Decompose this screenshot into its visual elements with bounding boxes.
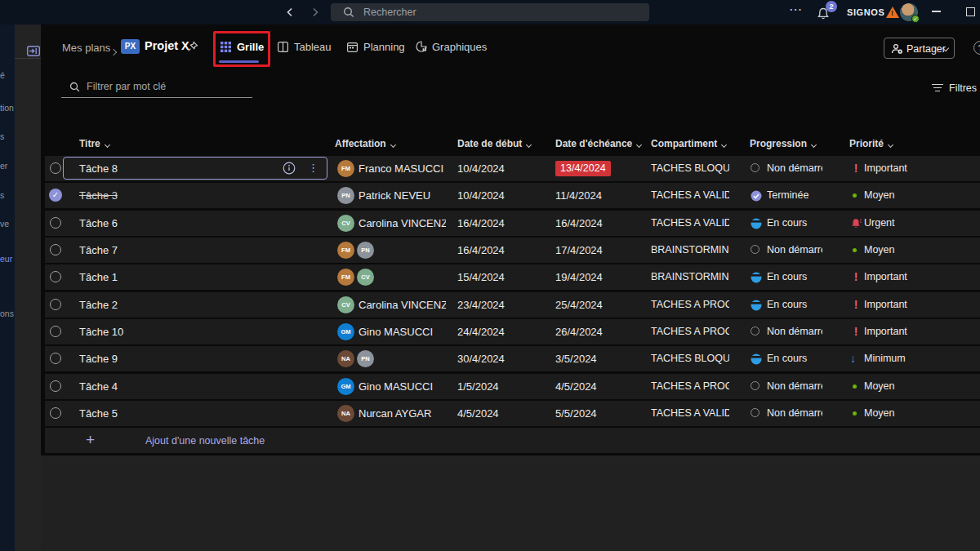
progress-label[interactable]: Non démarrée <box>767 319 822 344</box>
progress-label[interactable]: Terminée <box>767 183 822 208</box>
kebab-menu-icon[interactable]: ⋮ <box>308 156 318 180</box>
progress-label[interactable]: Non démarrée <box>767 374 822 399</box>
task-title[interactable]: Tâche 3 <box>79 183 118 208</box>
priority-label[interactable]: Important <box>864 319 907 344</box>
share-button[interactable]: Partager <box>884 38 955 59</box>
window-minimize-button[interactable] <box>932 11 941 12</box>
priority-label[interactable]: Urgent <box>864 211 895 236</box>
plus-icon: + <box>86 431 95 449</box>
progress-label[interactable]: En cours <box>767 346 822 371</box>
progress-inprogress-icon <box>751 300 761 310</box>
sidebar-item-clipped[interactable]: ve <box>0 219 14 229</box>
task-title[interactable]: Tâche 10 <box>79 319 123 344</box>
progress-label[interactable]: Non démarrée <box>767 238 822 263</box>
table-row[interactable]: Tâche 1FMCV15/4/202419/4/2024BRAINSTORMI… <box>45 264 980 290</box>
table-row[interactable]: ✓Tâche 3PNPatrick NEVEU10/4/202411/4/202… <box>45 183 980 208</box>
task-selector[interactable] <box>50 380 61 392</box>
priority-label[interactable]: Moyen <box>864 183 895 208</box>
priority-label[interactable]: Minimum <box>864 346 906 371</box>
priority-label[interactable]: Important <box>864 264 907 290</box>
sidebar-item-clipped[interactable]: ons <box>0 309 14 318</box>
task-title[interactable]: Tâche 9 <box>79 346 118 371</box>
assignee-avatar[interactable]: NA <box>337 350 354 367</box>
column-header-3[interactable]: Date de début <box>457 138 531 149</box>
assignee-avatar[interactable]: PN <box>357 350 374 367</box>
assignee-avatar[interactable]: GM <box>337 378 354 395</box>
column-header-4[interactable]: Date d'échéance <box>555 138 641 149</box>
column-header-7[interactable]: Priorité <box>849 138 893 149</box>
pin-icon[interactable] <box>187 41 198 56</box>
assignee-avatar[interactable]: PN <box>357 242 374 259</box>
nav-back-icon[interactable] <box>285 7 295 17</box>
task-selector[interactable] <box>50 407 61 419</box>
assignee-avatar[interactable]: NA <box>337 405 354 422</box>
user-avatar[interactable]: ✓ <box>900 3 918 21</box>
task-title[interactable]: Tâche 8 <box>79 156 118 181</box>
task-selector[interactable] <box>50 162 61 174</box>
task-title[interactable]: Tâche 1 <box>79 264 118 290</box>
column-header-2[interactable]: Affectation <box>335 138 395 149</box>
assignee-avatar[interactable]: PN <box>337 187 354 204</box>
more-options-icon[interactable]: ⋯ <box>789 2 803 17</box>
task-selector[interactable] <box>50 271 61 282</box>
breadcrumb-mes-plans[interactable]: Mes plans <box>62 42 110 54</box>
progress-label[interactable]: Non démarrée <box>767 401 822 426</box>
task-selector[interactable] <box>50 326 61 337</box>
warning-icon[interactable]: ! <box>886 7 899 18</box>
column-header-6[interactable]: Progression <box>750 138 816 149</box>
progress-label[interactable]: En cours <box>767 264 822 290</box>
keyword-filter-input[interactable]: Filtrer par mot clé <box>61 76 252 98</box>
task-selector[interactable] <box>50 217 61 229</box>
sidebar-item-clipped[interactable]: é <box>0 70 14 80</box>
table-row[interactable]: Tâche 5NANurcan AYGAR4/5/20245/5/2024TAC… <box>45 401 980 426</box>
info-icon[interactable] <box>283 162 296 177</box>
table-row[interactable]: ⋮Tâche 8FMFranco MASUCCI10/4/202413/4/20… <box>45 156 980 181</box>
sidebar-item-clipped[interactable]: er <box>0 161 14 171</box>
table-row[interactable]: Tâche 6CVCarolina VINCENZO16/4/202416/4/… <box>45 211 980 236</box>
column-header-5[interactable]: Compartiment <box>651 138 726 149</box>
filter-placeholder: Filtrer par mot clé <box>87 81 166 92</box>
tab-tableau[interactable]: Tableau <box>278 36 327 60</box>
task-selector[interactable] <box>50 353 61 364</box>
table-row[interactable]: Tâche 10GMGino MASUCCI24/4/202426/4/2024… <box>45 319 980 344</box>
tab-planning[interactable]: Planning <box>347 36 398 60</box>
task-title[interactable]: Tâche 5 <box>79 401 118 426</box>
sidebar-item-clipped[interactable]: s <box>0 131 14 141</box>
task-selector-checked[interactable]: ✓ <box>49 189 62 202</box>
progress-label[interactable]: En cours <box>767 211 822 236</box>
assignee-avatar[interactable]: CV <box>337 296 354 313</box>
progress-label[interactable]: En cours <box>767 292 822 318</box>
progress-label[interactable]: Non démarrée <box>767 156 822 181</box>
assignee-avatar[interactable]: CV <box>337 215 354 232</box>
table-row[interactable]: Tâche 4GMGino MASUCCI1/5/20244/5/2024TAC… <box>45 374 980 399</box>
tab-graphiques[interactable]: Graphiques <box>416 36 479 60</box>
sidebar-item-clipped[interactable]: s <box>0 190 14 200</box>
task-selector[interactable] <box>50 244 61 256</box>
priority-label[interactable]: Moyen <box>864 374 895 399</box>
priority-label[interactable]: Important <box>864 156 907 181</box>
table-row[interactable]: Tâche 2CVCarolina VINCENZO23/4/202425/4/… <box>45 292 980 318</box>
priority-label[interactable]: Important <box>864 292 907 318</box>
priority-label[interactable]: Moyen <box>864 238 895 263</box>
table-row[interactable]: Tâche 7FMPN16/4/202417/4/2024BRAINSTORMI… <box>45 238 980 263</box>
task-selector[interactable] <box>50 299 61 310</box>
search-input[interactable]: Rechercher <box>331 3 649 21</box>
assignee-avatar[interactable]: FM <box>337 269 354 286</box>
priority-label[interactable]: Moyen <box>864 401 895 426</box>
assignee-avatar[interactable]: CV <box>357 269 374 286</box>
task-title[interactable]: Tâche 7 <box>79 238 118 263</box>
table-row[interactable]: Tâche 9NAPN30/4/20243/5/2024TACHES BLOQU… <box>45 346 980 371</box>
column-header-1[interactable]: Titre <box>79 138 109 149</box>
sidebar-item-clipped[interactable]: tion <box>0 103 14 113</box>
assignee-avatar[interactable]: FM <box>337 242 354 259</box>
assignee-avatar[interactable]: FM <box>337 160 354 177</box>
task-title[interactable]: Tâche 6 <box>79 211 118 236</box>
nav-forward-icon[interactable] <box>310 7 320 17</box>
help-icon[interactable]: ? <box>973 41 980 55</box>
window-maximize-button[interactable] <box>966 7 975 16</box>
sidebar-item-clipped[interactable]: eur <box>0 254 14 264</box>
task-title[interactable]: Tâche 2 <box>79 292 118 318</box>
add-task-row[interactable]: + Ajout d'une nouvelle tâche <box>45 428 980 454</box>
task-title[interactable]: Tâche 4 <box>79 374 118 399</box>
assignee-avatar[interactable]: GM <box>337 323 354 340</box>
